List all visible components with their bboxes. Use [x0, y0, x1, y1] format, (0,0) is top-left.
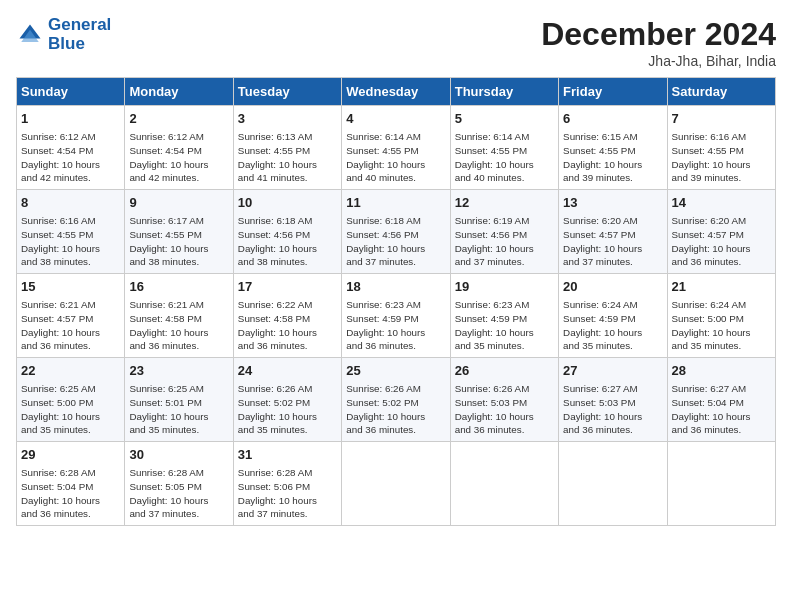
calendar-cell	[450, 442, 558, 526]
day-number: 25	[346, 362, 445, 380]
day-info: Sunrise: 6:24 AM Sunset: 5:00 PM Dayligh…	[672, 298, 771, 353]
calendar-week-5: 29Sunrise: 6:28 AM Sunset: 5:04 PM Dayli…	[17, 442, 776, 526]
calendar-cell	[559, 442, 667, 526]
day-info: Sunrise: 6:12 AM Sunset: 4:54 PM Dayligh…	[21, 130, 120, 185]
day-number: 27	[563, 362, 662, 380]
day-number: 10	[238, 194, 337, 212]
col-header-sunday: Sunday	[17, 78, 125, 106]
day-number: 13	[563, 194, 662, 212]
calendar-cell: 16Sunrise: 6:21 AM Sunset: 4:58 PM Dayli…	[125, 274, 233, 358]
location-subtitle: Jha-Jha, Bihar, India	[541, 53, 776, 69]
logo: General Blue	[16, 16, 111, 53]
calendar-cell: 22Sunrise: 6:25 AM Sunset: 5:00 PM Dayli…	[17, 358, 125, 442]
calendar-cell	[667, 442, 775, 526]
day-info: Sunrise: 6:20 AM Sunset: 4:57 PM Dayligh…	[672, 214, 771, 269]
calendar-cell: 25Sunrise: 6:26 AM Sunset: 5:02 PM Dayli…	[342, 358, 450, 442]
page-header: General Blue December 2024 Jha-Jha, Biha…	[16, 16, 776, 69]
day-number: 2	[129, 110, 228, 128]
day-info: Sunrise: 6:28 AM Sunset: 5:04 PM Dayligh…	[21, 466, 120, 521]
day-info: Sunrise: 6:23 AM Sunset: 4:59 PM Dayligh…	[455, 298, 554, 353]
day-info: Sunrise: 6:25 AM Sunset: 5:00 PM Dayligh…	[21, 382, 120, 437]
calendar-week-2: 8Sunrise: 6:16 AM Sunset: 4:55 PM Daylig…	[17, 190, 776, 274]
day-number: 26	[455, 362, 554, 380]
calendar-cell: 4Sunrise: 6:14 AM Sunset: 4:55 PM Daylig…	[342, 106, 450, 190]
day-info: Sunrise: 6:18 AM Sunset: 4:56 PM Dayligh…	[346, 214, 445, 269]
day-number: 9	[129, 194, 228, 212]
day-info: Sunrise: 6:13 AM Sunset: 4:55 PM Dayligh…	[238, 130, 337, 185]
col-header-monday: Monday	[125, 78, 233, 106]
calendar-cell: 18Sunrise: 6:23 AM Sunset: 4:59 PM Dayli…	[342, 274, 450, 358]
calendar-cell: 3Sunrise: 6:13 AM Sunset: 4:55 PM Daylig…	[233, 106, 341, 190]
month-title: December 2024	[541, 16, 776, 53]
day-info: Sunrise: 6:26 AM Sunset: 5:02 PM Dayligh…	[238, 382, 337, 437]
col-header-tuesday: Tuesday	[233, 78, 341, 106]
day-number: 15	[21, 278, 120, 296]
calendar-cell: 23Sunrise: 6:25 AM Sunset: 5:01 PM Dayli…	[125, 358, 233, 442]
calendar-week-3: 15Sunrise: 6:21 AM Sunset: 4:57 PM Dayli…	[17, 274, 776, 358]
day-number: 5	[455, 110, 554, 128]
col-header-saturday: Saturday	[667, 78, 775, 106]
calendar-week-4: 22Sunrise: 6:25 AM Sunset: 5:00 PM Dayli…	[17, 358, 776, 442]
calendar-week-1: 1Sunrise: 6:12 AM Sunset: 4:54 PM Daylig…	[17, 106, 776, 190]
day-number: 1	[21, 110, 120, 128]
day-info: Sunrise: 6:16 AM Sunset: 4:55 PM Dayligh…	[672, 130, 771, 185]
calendar-cell: 27Sunrise: 6:27 AM Sunset: 5:03 PM Dayli…	[559, 358, 667, 442]
calendar-cell: 17Sunrise: 6:22 AM Sunset: 4:58 PM Dayli…	[233, 274, 341, 358]
day-info: Sunrise: 6:26 AM Sunset: 5:03 PM Dayligh…	[455, 382, 554, 437]
day-number: 11	[346, 194, 445, 212]
calendar-cell: 12Sunrise: 6:19 AM Sunset: 4:56 PM Dayli…	[450, 190, 558, 274]
day-info: Sunrise: 6:14 AM Sunset: 4:55 PM Dayligh…	[346, 130, 445, 185]
day-info: Sunrise: 6:21 AM Sunset: 4:57 PM Dayligh…	[21, 298, 120, 353]
day-info: Sunrise: 6:24 AM Sunset: 4:59 PM Dayligh…	[563, 298, 662, 353]
day-number: 3	[238, 110, 337, 128]
calendar-cell: 6Sunrise: 6:15 AM Sunset: 4:55 PM Daylig…	[559, 106, 667, 190]
logo-text: General Blue	[48, 16, 111, 53]
day-number: 19	[455, 278, 554, 296]
calendar-cell: 28Sunrise: 6:27 AM Sunset: 5:04 PM Dayli…	[667, 358, 775, 442]
day-info: Sunrise: 6:21 AM Sunset: 4:58 PM Dayligh…	[129, 298, 228, 353]
day-info: Sunrise: 6:12 AM Sunset: 4:54 PM Dayligh…	[129, 130, 228, 185]
day-info: Sunrise: 6:15 AM Sunset: 4:55 PM Dayligh…	[563, 130, 662, 185]
day-info: Sunrise: 6:17 AM Sunset: 4:55 PM Dayligh…	[129, 214, 228, 269]
day-info: Sunrise: 6:18 AM Sunset: 4:56 PM Dayligh…	[238, 214, 337, 269]
calendar-cell: 24Sunrise: 6:26 AM Sunset: 5:02 PM Dayli…	[233, 358, 341, 442]
day-number: 8	[21, 194, 120, 212]
day-number: 17	[238, 278, 337, 296]
calendar-cell: 1Sunrise: 6:12 AM Sunset: 4:54 PM Daylig…	[17, 106, 125, 190]
title-block: December 2024 Jha-Jha, Bihar, India	[541, 16, 776, 69]
col-header-friday: Friday	[559, 78, 667, 106]
day-number: 14	[672, 194, 771, 212]
day-info: Sunrise: 6:16 AM Sunset: 4:55 PM Dayligh…	[21, 214, 120, 269]
calendar-cell: 26Sunrise: 6:26 AM Sunset: 5:03 PM Dayli…	[450, 358, 558, 442]
calendar-cell: 31Sunrise: 6:28 AM Sunset: 5:06 PM Dayli…	[233, 442, 341, 526]
calendar-cell: 14Sunrise: 6:20 AM Sunset: 4:57 PM Dayli…	[667, 190, 775, 274]
day-number: 18	[346, 278, 445, 296]
calendar-cell: 10Sunrise: 6:18 AM Sunset: 4:56 PM Dayli…	[233, 190, 341, 274]
calendar-cell: 5Sunrise: 6:14 AM Sunset: 4:55 PM Daylig…	[450, 106, 558, 190]
day-info: Sunrise: 6:28 AM Sunset: 5:05 PM Dayligh…	[129, 466, 228, 521]
day-info: Sunrise: 6:14 AM Sunset: 4:55 PM Dayligh…	[455, 130, 554, 185]
col-header-thursday: Thursday	[450, 78, 558, 106]
calendar-cell: 7Sunrise: 6:16 AM Sunset: 4:55 PM Daylig…	[667, 106, 775, 190]
logo-icon	[16, 21, 44, 49]
day-info: Sunrise: 6:28 AM Sunset: 5:06 PM Dayligh…	[238, 466, 337, 521]
day-number: 6	[563, 110, 662, 128]
day-number: 12	[455, 194, 554, 212]
day-number: 21	[672, 278, 771, 296]
calendar-cell: 11Sunrise: 6:18 AM Sunset: 4:56 PM Dayli…	[342, 190, 450, 274]
day-info: Sunrise: 6:26 AM Sunset: 5:02 PM Dayligh…	[346, 382, 445, 437]
day-number: 7	[672, 110, 771, 128]
day-info: Sunrise: 6:27 AM Sunset: 5:04 PM Dayligh…	[672, 382, 771, 437]
day-info: Sunrise: 6:22 AM Sunset: 4:58 PM Dayligh…	[238, 298, 337, 353]
day-number: 29	[21, 446, 120, 464]
day-info: Sunrise: 6:23 AM Sunset: 4:59 PM Dayligh…	[346, 298, 445, 353]
day-number: 16	[129, 278, 228, 296]
day-number: 22	[21, 362, 120, 380]
day-info: Sunrise: 6:27 AM Sunset: 5:03 PM Dayligh…	[563, 382, 662, 437]
calendar-header-row: SundayMondayTuesdayWednesdayThursdayFrid…	[17, 78, 776, 106]
day-number: 24	[238, 362, 337, 380]
calendar-cell: 9Sunrise: 6:17 AM Sunset: 4:55 PM Daylig…	[125, 190, 233, 274]
day-number: 31	[238, 446, 337, 464]
day-info: Sunrise: 6:25 AM Sunset: 5:01 PM Dayligh…	[129, 382, 228, 437]
calendar-cell: 20Sunrise: 6:24 AM Sunset: 4:59 PM Dayli…	[559, 274, 667, 358]
